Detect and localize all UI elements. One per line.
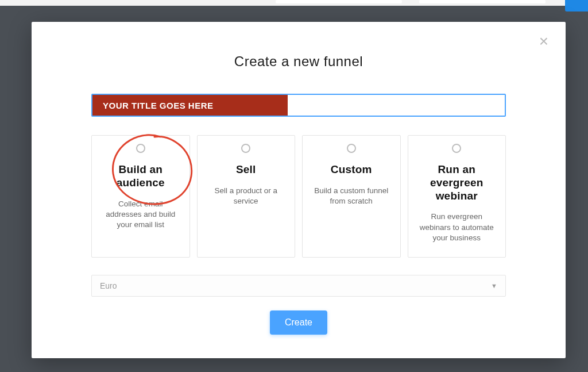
option-desc: Sell a product or a service [206,186,287,206]
create-funnel-modal: × Create a new funnel YOUR TITLE GOES HE… [32,22,566,358]
close-icon[interactable]: × [536,33,552,49]
chevron-down-icon: ▼ [491,282,497,289]
title-placeholder-badge: YOUR TITLE GOES HERE [92,95,288,116]
option-evergreen-webinar[interactable]: Run an evergreen webinar Run evergreen w… [408,135,506,258]
create-button[interactable]: Create [270,310,327,335]
modal-title: Create a new funnel [32,53,566,70]
option-title: Sell [206,163,287,177]
option-title: Run an evergreen webinar [416,163,498,202]
option-sell[interactable]: Sell Sell a product or a service [197,135,296,258]
option-build-audience[interactable]: Build an audience Collect email addresse… [91,135,190,258]
option-title: Custom [311,163,392,177]
option-custom[interactable]: Custom Build a custom funnel from scratc… [302,135,401,258]
option-desc: Collect email addresses and build your e… [100,199,181,231]
option-title: Build an audience [100,163,181,190]
modal-content: YOUR TITLE GOES HERE Build an audience C… [91,94,506,335]
radio-icon[interactable] [347,144,356,153]
option-desc: Build a custom funnel from scratch [311,186,392,206]
radio-icon[interactable] [136,144,145,153]
background-field [419,0,546,3]
background-topbar [0,0,588,6]
background-field [276,0,402,3]
funnel-title-input[interactable] [288,95,505,116]
option-desc: Run evergreen webinars to automate your … [416,212,498,243]
radio-icon[interactable] [241,144,250,153]
radio-icon[interactable] [452,144,461,153]
background-button [565,0,588,11]
currency-selected-label: Euro [100,281,117,290]
funnel-title-field[interactable]: YOUR TITLE GOES HERE [91,94,506,117]
currency-select[interactable]: Euro ▼ [91,275,506,297]
funnel-type-options: Build an audience Collect email addresse… [91,135,506,258]
